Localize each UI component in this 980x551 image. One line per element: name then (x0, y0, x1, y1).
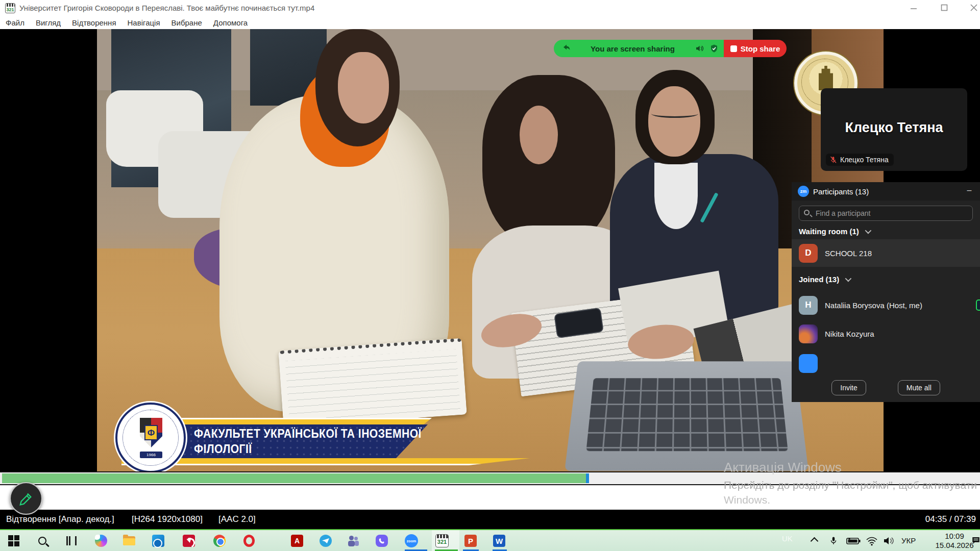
window-titlebar: 321 Університет Григорія Сковороди в Пер… (0, 0, 980, 16)
taskbar-telegram[interactable] (318, 533, 333, 548)
taskbar-zoom[interactable]: zoom (404, 533, 419, 548)
video-surface[interactable]: ФАКУЛЬТЕТ УКРАЇНСЬКОЇ ТА ІНОЗЕМНОЇ ФІЛОЛ… (97, 29, 884, 471)
video-scene-student3-glasses (651, 110, 698, 118)
waiting-room-header[interactable]: Waiting room (1) (799, 227, 870, 236)
video-scene-student3-shirt (654, 163, 698, 229)
seek-playhead[interactable] (586, 473, 589, 483)
wifi-icon[interactable] (866, 536, 878, 548)
outlook-icon (152, 535, 164, 547)
viber-icon (376, 535, 388, 547)
copilot-icon (95, 535, 107, 547)
start-button[interactable] (6, 533, 21, 548)
joined-header[interactable]: Joined (13) (799, 275, 850, 284)
participant-row[interactable]: Nikita Kozyura (792, 320, 980, 347)
participants-header: zm Participants (13) – (792, 182, 980, 201)
taskbar-opera[interactable] (241, 533, 257, 548)
speaker-tray-icon[interactable] (883, 536, 895, 548)
faint-lang-overlay: UK (782, 534, 793, 543)
taskbar-explorer[interactable] (121, 533, 137, 548)
stop-share-label: Stop share (741, 44, 780, 53)
participant-name: Nataliia Borysova (Host, me) (825, 301, 922, 310)
menu-navigation[interactable]: Навігація (122, 18, 166, 27)
seek-progress-fill (2, 473, 586, 483)
video-scene-laptop (565, 361, 808, 471)
video-scene-student3-face (648, 86, 700, 157)
screen: 321 Університет Григорія Сковороди в Пер… (0, 0, 980, 551)
taskbar-search-button[interactable] (35, 533, 50, 548)
player-status-bar: Відтворення [Апар. декод.] [H264 1920x10… (0, 510, 980, 529)
search-icon (38, 537, 46, 545)
security-shield-icon[interactable] (709, 44, 719, 53)
action-center-icon[interactable] (971, 536, 980, 547)
taskbar-powerpoint[interactable]: P (463, 533, 478, 548)
status-audio-codec: [AAC 2.0] (218, 514, 256, 524)
panel-minimize-icon[interactable]: – (965, 187, 974, 196)
taskbar-word[interactable]: W (492, 533, 507, 548)
audio-icon[interactable] (694, 44, 704, 53)
close-button[interactable] (963, 2, 980, 14)
battery-icon[interactable] (846, 537, 861, 547)
menu-help[interactable]: Допомога (208, 18, 253, 27)
mpc-icon: 321 (435, 534, 449, 547)
faculty-logo: Ф 1966 (115, 403, 186, 471)
player-controls: 100% (0, 485, 980, 510)
search-input[interactable] (799, 206, 973, 221)
faculty-banner-stripe-bottom (121, 458, 530, 465)
taskbar-red-arrow-app[interactable] (181, 533, 197, 548)
task-view-button[interactable] (64, 533, 79, 548)
participant-row-host[interactable]: H Nataliia Borysova (Host, me) (792, 291, 980, 319)
participant-video-thumbnail[interactable]: Клецко Тетяна Клецко Тетяна (821, 88, 967, 171)
annotation-pen-button[interactable] (10, 482, 42, 515)
menu-view[interactable]: Вигляд (30, 18, 66, 27)
chrome-icon (213, 535, 226, 547)
participant-row-clipped[interactable] (792, 349, 980, 377)
opera-icon (243, 535, 255, 547)
participant-row-waiting[interactable]: D SCHOOL 218 (792, 239, 980, 267)
powerpoint-icon: P (464, 535, 477, 547)
microphone-tray-icon[interactable] (829, 535, 838, 548)
status-playback: Відтворення [Апар. декод.] (6, 514, 114, 524)
menu-playback[interactable]: Відтворення (66, 18, 121, 27)
tray-expand-icon[interactable] (811, 537, 819, 545)
taskbar-acrobat[interactable]: A (289, 533, 305, 548)
mute-all-button[interactable]: Mute all (898, 380, 940, 395)
share-arrow-icon[interactable] (562, 44, 571, 53)
muted-mic-icon (829, 156, 837, 164)
mpc-app-icon: 321 (5, 3, 15, 13)
window-title: Університет Григорія Сковороди в Переясл… (19, 4, 314, 12)
task-view-icon (66, 536, 77, 545)
word-icon: W (493, 535, 505, 547)
chevron-down-icon (865, 228, 871, 234)
taskbar-mpc[interactable]: 321 (434, 533, 450, 548)
faculty-banner: ФАКУЛЬТЕТ УКРАЇНСЬКОЇ ТА ІНОЗЕМНОЇ ФІЛОЛ… (106, 402, 545, 471)
taskbar-outlook[interactable] (151, 533, 166, 548)
language-indicator[interactable]: УКР (901, 536, 916, 545)
participant-name: SCHOOL 218 (825, 249, 872, 258)
windows-icon (8, 535, 19, 546)
invite-button[interactable]: Invite (831, 380, 866, 395)
taskbar-chrome[interactable] (212, 533, 227, 548)
participants-footer: Invite Mute all (792, 373, 980, 402)
thumbnail-participant-name: Клецко Тетяна (821, 120, 967, 136)
minimize-button[interactable] (902, 2, 925, 14)
screen-share-indicator-icon (976, 299, 980, 311)
taskbar-copilot[interactable] (93, 533, 109, 548)
participant-name: Nikita Kozyura (825, 330, 874, 338)
playback-time: 04:35 / 07:39 (925, 514, 976, 524)
teams-icon (348, 535, 360, 547)
zoom-logo-icon: zm (798, 186, 809, 197)
waiting-room-label: Waiting room (1) (799, 227, 859, 236)
menu-favorites[interactable]: Вибране (166, 18, 208, 27)
avatar: D (799, 244, 818, 263)
thumbnail-label-text: Клецко Тетяна (840, 156, 889, 164)
taskbar-viber[interactable] (374, 533, 389, 548)
participants-panel: zm Participants (13) – Waiting room (1) … (792, 182, 980, 402)
share-banner-green: You are screen sharing (554, 40, 724, 57)
mpc-icon-number: 321 (436, 539, 448, 545)
maximize-button[interactable] (933, 2, 955, 14)
seek-bar[interactable] (0, 471, 980, 485)
taskbar-teams[interactable] (346, 533, 361, 548)
share-banner-message: You are screen sharing (576, 44, 689, 53)
stop-share-button[interactable]: Stop share (724, 40, 787, 57)
menu-file[interactable]: Файл (0, 18, 30, 27)
